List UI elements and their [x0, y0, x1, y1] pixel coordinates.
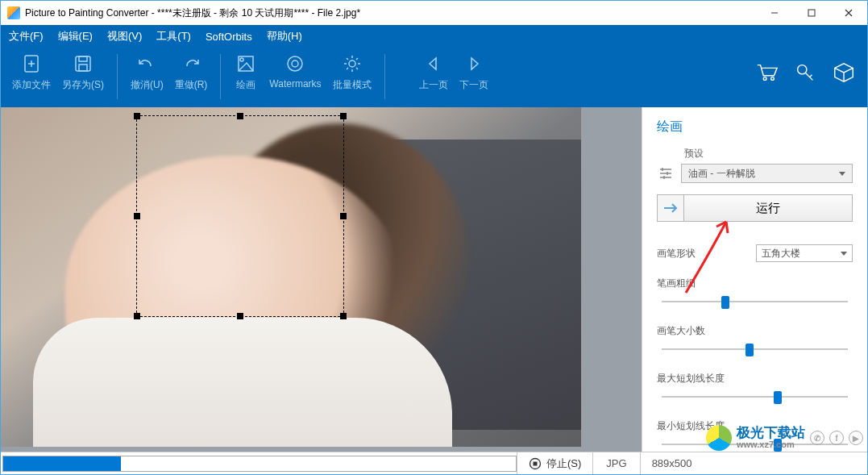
redo-label: 重做(R)	[175, 78, 208, 92]
undo-button[interactable]: 撤消(U)	[127, 51, 167, 94]
separator	[220, 54, 221, 99]
resize-handle[interactable]	[340, 113, 347, 119]
window-titlebar: Picture to Painting Converter - ****未注册版…	[1, 1, 867, 25]
dimensions-indicator: 889x500	[641, 452, 704, 474]
resize-handle[interactable]	[237, 113, 243, 119]
sliders-icon[interactable]	[657, 165, 675, 182]
maximize-button[interactable]	[793, 1, 830, 25]
menu-file[interactable]: 文件(F)	[9, 29, 44, 44]
save-as-label: 另存为(S)	[62, 78, 104, 92]
separator	[117, 54, 118, 99]
add-file-label: 添加文件	[12, 78, 51, 92]
svg-rect-0	[808, 10, 815, 16]
window-title: Picture to Painting Converter - ****未注册版…	[25, 6, 756, 20]
watermark-line2: www.xz7.com	[737, 440, 805, 449]
format-indicator: JPG	[593, 452, 640, 474]
canvas-area[interactable]	[1, 107, 642, 452]
brush-shape-label: 画笔形状	[657, 247, 696, 260]
watermark-line1: 极光下载站	[737, 427, 805, 440]
watermarks-label: Watermarks	[269, 78, 321, 90]
next-label: 下一页	[459, 78, 488, 92]
resize-handle[interactable]	[340, 313, 347, 319]
package-icon[interactable]	[832, 60, 856, 87]
cart-icon[interactable]	[754, 60, 779, 87]
batch-button[interactable]: 批量模式	[330, 51, 375, 94]
stop-icon	[529, 457, 542, 470]
site-watermark: 极光下载站 www.xz7.com ✆f▶	[706, 425, 863, 451]
file-add-icon	[20, 52, 43, 75]
menu-help[interactable]: 帮助(H)	[267, 29, 302, 44]
undo-icon	[135, 52, 158, 75]
side-panel: 绘画 预设 油画 - 一种解脱 运行 画笔形状 五角大楼 笔画粗细 画笔大小数	[642, 107, 867, 452]
batch-label: 批量模式	[333, 78, 372, 92]
painting-label: 绘画	[236, 78, 255, 92]
save-as-button[interactable]: 另存为(S)	[59, 51, 107, 94]
watermark-logo-icon	[706, 425, 732, 451]
arrow-left-icon	[422, 52, 445, 75]
menu-softorbits[interactable]: SoftOrbits	[206, 31, 252, 43]
brush-shape-dropdown[interactable]: 五角大楼	[756, 244, 853, 262]
redo-icon	[180, 52, 202, 75]
svg-rect-10	[534, 461, 538, 465]
statusbar: 停止(S) JPG 889x500	[1, 452, 867, 474]
run-button[interactable]: 运行	[684, 194, 853, 222]
preset-value: 油画 - 一种解脱	[688, 167, 755, 181]
svg-point-7	[349, 60, 355, 67]
toolbar: 添加文件 另存为(S) 撤消(U) 重做(R) 绘画 Watermarks 批量…	[1, 48, 867, 107]
brush-size-label: 画笔大小数	[657, 325, 705, 336]
resize-handle[interactable]	[134, 313, 140, 319]
panel-title: 绘画	[657, 119, 853, 135]
menu-edit[interactable]: 编辑(E)	[58, 29, 93, 44]
add-file-button[interactable]: 添加文件	[9, 51, 54, 94]
separator	[384, 54, 385, 99]
preset-dropdown[interactable]: 油画 - 一种解脱	[681, 164, 853, 183]
brush-thickness-slider[interactable]	[662, 294, 848, 310]
redo-button[interactable]: 重做(R)	[172, 51, 211, 94]
minimize-button[interactable]	[756, 1, 793, 25]
resize-handle[interactable]	[134, 113, 140, 119]
svg-rect-3	[79, 56, 87, 61]
prev-page-button[interactable]: 上一页	[416, 51, 451, 94]
close-button[interactable]	[830, 1, 867, 25]
watermarks-button[interactable]: Watermarks	[266, 51, 324, 91]
preset-label: 预设	[657, 147, 853, 160]
stop-label: 停止(S)	[546, 456, 581, 471]
app-icon	[7, 6, 20, 19]
painting-button[interactable]: 绘画	[230, 51, 261, 94]
brush-size-slider[interactable]	[662, 341, 848, 357]
progress-bar	[2, 456, 517, 472]
svg-rect-4	[79, 65, 87, 71]
max-stroke-slider[interactable]	[662, 389, 848, 405]
menu-view[interactable]: 视图(V)	[107, 29, 142, 44]
undo-label: 撤消(U)	[131, 78, 164, 92]
painting-icon	[235, 52, 257, 75]
batch-icon	[341, 52, 363, 75]
key-icon[interactable]	[793, 60, 817, 87]
max-stroke-label: 最大短划线长度	[657, 373, 725, 384]
brush-thickness-label: 笔画粗细	[657, 277, 696, 289]
resize-handle[interactable]	[134, 213, 140, 219]
prev-label: 上一页	[419, 78, 448, 92]
save-icon	[72, 52, 94, 75]
selection-rectangle[interactable]	[136, 115, 344, 317]
next-page-button[interactable]: 下一页	[456, 51, 492, 94]
menubar: 文件(F) 编辑(E) 视图(V) 工具(T) SoftOrbits 帮助(H)	[1, 25, 867, 48]
svg-rect-2	[76, 56, 90, 71]
stop-button[interactable]: 停止(S)	[517, 452, 593, 474]
resize-handle[interactable]	[237, 313, 243, 319]
watermark-icon	[284, 52, 306, 75]
watermark-social-icons: ✆f▶	[810, 431, 863, 445]
brush-shape-value: 五角大楼	[762, 247, 800, 260]
run-arrow-icon[interactable]	[657, 194, 684, 222]
svg-point-6	[288, 56, 302, 71]
menu-tools[interactable]: 工具(T)	[156, 29, 191, 44]
resize-handle[interactable]	[340, 213, 347, 219]
workarea: 绘画 预设 油画 - 一种解脱 运行 画笔形状 五角大楼 笔画粗细 画笔大小数	[1, 107, 867, 452]
arrow-right-icon	[463, 52, 485, 75]
